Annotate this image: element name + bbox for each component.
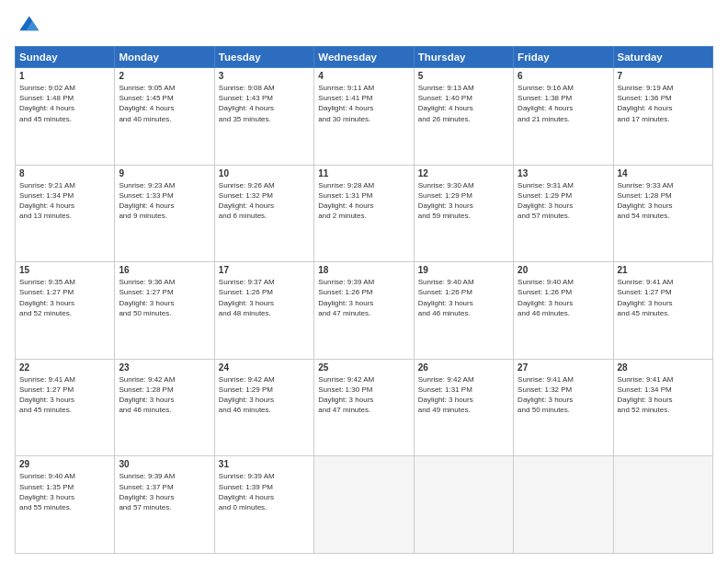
day-info: Sunrise: 9:30 AM Sunset: 1:29 PM Dayligh… — [418, 180, 509, 222]
day-info: Sunrise: 9:42 AM Sunset: 1:31 PM Dayligh… — [418, 374, 509, 416]
calendar-day-22: 22Sunrise: 9:41 AM Sunset: 1:27 PM Dayli… — [16, 359, 115, 456]
calendar-day-21: 21Sunrise: 9:41 AM Sunset: 1:27 PM Dayli… — [613, 262, 712, 360]
day-number: 3 — [219, 71, 310, 81]
page: SundayMondayTuesdayWednesdayThursdayFrid… — [0, 0, 728, 563]
day-info: Sunrise: 9:05 AM Sunset: 1:45 PM Dayligh… — [119, 83, 210, 124]
day-number: 10 — [219, 168, 310, 178]
day-number: 25 — [318, 362, 409, 373]
day-number: 29 — [19, 459, 110, 469]
header-day-tuesday: Tuesday — [214, 47, 313, 68]
day-number: 19 — [418, 265, 509, 275]
day-info: Sunrise: 9:08 AM Sunset: 1:43 PM Dayligh… — [219, 83, 310, 124]
calendar-day-1: 1Sunrise: 9:02 AM Sunset: 1:48 PM Daylig… — [16, 68, 115, 166]
calendar-day-empty — [314, 456, 414, 554]
day-info: Sunrise: 9:42 AM Sunset: 1:29 PM Dayligh… — [219, 374, 310, 416]
day-info: Sunrise: 9:26 AM Sunset: 1:32 PM Dayligh… — [219, 180, 310, 222]
day-number: 18 — [318, 265, 409, 275]
calendar-day-20: 20Sunrise: 9:40 AM Sunset: 1:26 PM Dayli… — [514, 262, 613, 360]
calendar-day-29: 29Sunrise: 9:40 AM Sunset: 1:35 PM Dayli… — [16, 456, 115, 554]
calendar-week-5: 29Sunrise: 9:40 AM Sunset: 1:35 PM Dayli… — [16, 456, 713, 554]
day-number: 17 — [219, 265, 310, 275]
calendar-day-empty — [514, 456, 613, 554]
calendar-day-30: 30Sunrise: 9:39 AM Sunset: 1:37 PM Dayli… — [115, 456, 214, 554]
day-number: 22 — [19, 362, 110, 373]
calendar-day-2: 2Sunrise: 9:05 AM Sunset: 1:45 PM Daylig… — [115, 68, 214, 166]
day-number: 28 — [618, 362, 709, 373]
day-info: Sunrise: 9:41 AM Sunset: 1:32 PM Dayligh… — [518, 374, 609, 416]
calendar-day-25: 25Sunrise: 9:42 AM Sunset: 1:30 PM Dayli… — [314, 359, 414, 456]
calendar-day-4: 4Sunrise: 9:11 AM Sunset: 1:41 PM Daylig… — [314, 68, 414, 166]
calendar-day-14: 14Sunrise: 9:33 AM Sunset: 1:28 PM Dayli… — [613, 165, 712, 262]
day-info: Sunrise: 9:23 AM Sunset: 1:33 PM Dayligh… — [119, 180, 210, 222]
day-info: Sunrise: 9:37 AM Sunset: 1:26 PM Dayligh… — [219, 277, 310, 318]
calendar-day-8: 8Sunrise: 9:21 AM Sunset: 1:34 PM Daylig… — [16, 165, 115, 262]
day-info: Sunrise: 9:41 AM Sunset: 1:27 PM Dayligh… — [19, 374, 110, 416]
day-info: Sunrise: 9:13 AM Sunset: 1:40 PM Dayligh… — [418, 83, 509, 124]
day-number: 31 — [219, 459, 310, 469]
header-day-friday: Friday — [514, 47, 613, 68]
header — [15, 13, 713, 39]
day-number: 30 — [119, 459, 210, 469]
day-info: Sunrise: 9:19 AM Sunset: 1:36 PM Dayligh… — [618, 83, 709, 124]
calendar-day-7: 7Sunrise: 9:19 AM Sunset: 1:36 PM Daylig… — [613, 68, 712, 166]
day-number: 15 — [19, 265, 110, 275]
day-number: 6 — [518, 71, 609, 81]
day-info: Sunrise: 9:41 AM Sunset: 1:34 PM Dayligh… — [618, 374, 709, 416]
calendar-day-9: 9Sunrise: 9:23 AM Sunset: 1:33 PM Daylig… — [115, 165, 214, 262]
header-day-sunday: Sunday — [16, 47, 115, 68]
calendar-week-2: 8Sunrise: 9:21 AM Sunset: 1:34 PM Daylig… — [16, 165, 713, 262]
calendar-day-15: 15Sunrise: 9:35 AM Sunset: 1:27 PM Dayli… — [16, 262, 115, 360]
calendar-day-11: 11Sunrise: 9:28 AM Sunset: 1:31 PM Dayli… — [314, 165, 414, 262]
header-day-monday: Monday — [115, 47, 214, 68]
calendar-day-23: 23Sunrise: 9:42 AM Sunset: 1:28 PM Dayli… — [115, 359, 214, 456]
calendar-week-1: 1Sunrise: 9:02 AM Sunset: 1:48 PM Daylig… — [16, 68, 713, 166]
day-number: 20 — [518, 265, 609, 275]
calendar-day-19: 19Sunrise: 9:40 AM Sunset: 1:26 PM Dayli… — [414, 262, 513, 360]
calendar-day-18: 18Sunrise: 9:39 AM Sunset: 1:26 PM Dayli… — [314, 262, 414, 360]
calendar-week-3: 15Sunrise: 9:35 AM Sunset: 1:27 PM Dayli… — [16, 262, 713, 360]
day-number: 2 — [119, 71, 210, 81]
calendar-day-empty — [613, 456, 712, 554]
day-info: Sunrise: 9:41 AM Sunset: 1:27 PM Dayligh… — [618, 277, 709, 318]
day-info: Sunrise: 9:40 AM Sunset: 1:35 PM Dayligh… — [19, 471, 110, 512]
day-number: 24 — [219, 362, 310, 373]
calendar-day-6: 6Sunrise: 9:16 AM Sunset: 1:38 PM Daylig… — [514, 68, 613, 166]
calendar-day-16: 16Sunrise: 9:36 AM Sunset: 1:27 PM Dayli… — [115, 262, 214, 360]
header-day-saturday: Saturday — [613, 47, 712, 68]
day-number: 11 — [318, 168, 409, 178]
day-info: Sunrise: 9:39 AM Sunset: 1:37 PM Dayligh… — [119, 471, 210, 512]
day-number: 12 — [418, 168, 509, 178]
calendar-day-5: 5Sunrise: 9:13 AM Sunset: 1:40 PM Daylig… — [414, 68, 513, 166]
day-info: Sunrise: 9:36 AM Sunset: 1:27 PM Dayligh… — [119, 277, 210, 318]
day-number: 9 — [119, 168, 210, 178]
day-info: Sunrise: 9:42 AM Sunset: 1:28 PM Dayligh… — [119, 374, 210, 416]
day-number: 16 — [119, 265, 210, 275]
day-number: 26 — [418, 362, 509, 373]
calendar-day-12: 12Sunrise: 9:30 AM Sunset: 1:29 PM Dayli… — [414, 165, 513, 262]
calendar-day-10: 10Sunrise: 9:26 AM Sunset: 1:32 PM Dayli… — [214, 165, 313, 262]
day-info: Sunrise: 9:39 AM Sunset: 1:26 PM Dayligh… — [318, 277, 409, 318]
day-info: Sunrise: 9:40 AM Sunset: 1:26 PM Dayligh… — [518, 277, 609, 318]
day-info: Sunrise: 9:11 AM Sunset: 1:41 PM Dayligh… — [318, 83, 409, 124]
day-info: Sunrise: 9:39 AM Sunset: 1:39 PM Dayligh… — [219, 471, 310, 512]
logo — [15, 13, 44, 39]
day-number: 5 — [418, 71, 509, 81]
day-number: 13 — [518, 168, 609, 178]
calendar-day-empty — [414, 456, 513, 554]
calendar-day-27: 27Sunrise: 9:41 AM Sunset: 1:32 PM Dayli… — [514, 359, 613, 456]
day-info: Sunrise: 9:42 AM Sunset: 1:30 PM Dayligh… — [318, 374, 409, 416]
day-number: 27 — [518, 362, 609, 373]
day-number: 1 — [19, 71, 110, 81]
day-info: Sunrise: 9:33 AM Sunset: 1:28 PM Dayligh… — [618, 180, 709, 222]
calendar-table: SundayMondayTuesdayWednesdayThursdayFrid… — [15, 46, 713, 554]
calendar-day-3: 3Sunrise: 9:08 AM Sunset: 1:43 PM Daylig… — [214, 68, 313, 166]
day-number: 7 — [618, 71, 709, 81]
header-day-thursday: Thursday — [414, 47, 513, 68]
calendar-day-26: 26Sunrise: 9:42 AM Sunset: 1:31 PM Dayli… — [414, 359, 513, 456]
day-info: Sunrise: 9:28 AM Sunset: 1:31 PM Dayligh… — [318, 180, 409, 222]
header-day-wednesday: Wednesday — [314, 47, 414, 68]
day-number: 4 — [318, 71, 409, 81]
day-number: 8 — [19, 168, 110, 178]
day-info: Sunrise: 9:40 AM Sunset: 1:26 PM Dayligh… — [418, 277, 509, 318]
day-number: 23 — [119, 362, 210, 373]
